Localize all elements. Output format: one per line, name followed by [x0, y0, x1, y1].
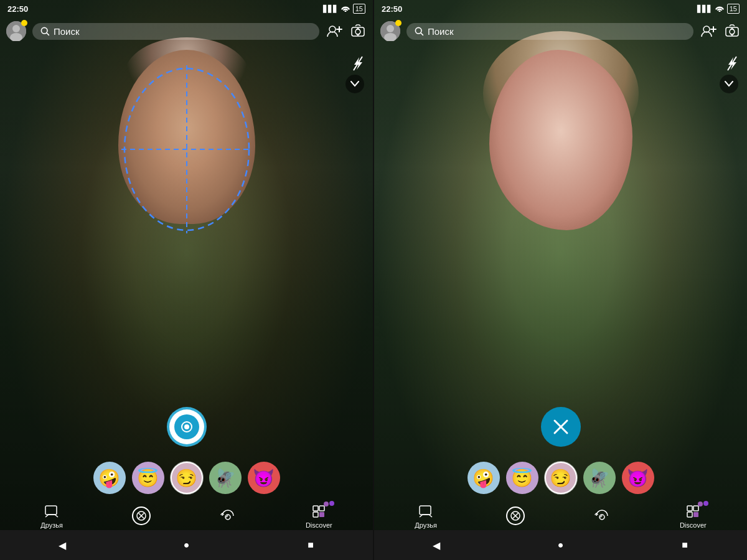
svg-rect-16 — [45, 506, 57, 515]
svg-point-4 — [12, 25, 20, 32]
bottom-area-left: 🤪 😇 😏 🪰 😈 Друзья — [0, 407, 373, 529]
signal-icon-right: ▋▋▋ — [697, 5, 712, 13]
discover-icon-right — [684, 503, 702, 520]
friends-icon-left — [43, 503, 60, 520]
friends-icon-right — [417, 503, 435, 520]
svg-rect-21 — [313, 506, 318, 511]
status-bar-left: 22:50 ▋▋▋ 15 — [0, 0, 373, 17]
svg-point-20 — [225, 515, 230, 520]
search-icon-right — [414, 26, 424, 36]
svg-rect-38 — [420, 506, 431, 515]
bottom-nav-right: Друзья — [374, 503, 747, 529]
flash-icon-left[interactable] — [352, 56, 364, 74]
lens-item-5-right[interactable]: 😈 — [622, 462, 654, 494]
discover-badge-dot-left — [324, 502, 329, 506]
friends-label-left: Друзья — [40, 521, 63, 529]
lens-row-right: 🤪 😇 😏 🪰 😈 — [374, 462, 747, 494]
flash-icon-right[interactable] — [726, 56, 738, 74]
lens-item-4-right[interactable]: 🪰 — [583, 462, 616, 494]
lens-item-3-right[interactable]: 😏 — [545, 462, 577, 494]
svg-rect-11 — [352, 27, 364, 36]
search-bar-right[interactable]: Поиск — [406, 23, 693, 40]
cancel-icon-left[interactable] — [132, 506, 151, 525]
android-back-left[interactable]: ◀ — [50, 533, 75, 558]
battery-right: 15 — [727, 4, 740, 14]
add-friend-button-right[interactable] — [700, 22, 717, 40]
lens-switch-nav-right[interactable] — [593, 507, 611, 525]
shutter-button-right[interactable] — [541, 407, 581, 447]
lens-item-2-right[interactable]: 😇 — [506, 462, 538, 494]
android-recent-right[interactable]: ■ — [672, 533, 697, 558]
search-text-right: Поиск — [428, 26, 454, 37]
lens-item-1-left[interactable]: 🤪 — [93, 462, 126, 494]
lens-switch-icon-right — [593, 507, 611, 525]
android-back-right[interactable]: ◀ — [424, 533, 449, 558]
svg-rect-33 — [726, 27, 738, 36]
android-nav-right: ◀ ● ■ — [374, 530, 747, 560]
flip-camera-button-left[interactable] — [349, 22, 367, 40]
bottom-area-right: 🤪 😇 😏 🪰 😈 Друзья — [374, 407, 747, 529]
search-bar-left[interactable]: Поиск — [32, 23, 319, 40]
android-home-left[interactable]: ● — [174, 533, 199, 558]
status-icons-left: ▋▋▋ 15 — [323, 4, 365, 14]
lens-item-3-left[interactable]: 😏 — [171, 462, 203, 494]
bottom-nav-left: Друзья — [0, 503, 373, 529]
lens-item-5-left[interactable]: 😈 — [248, 462, 280, 494]
android-recent-left[interactable]: ■ — [298, 533, 323, 558]
svg-rect-24 — [319, 512, 324, 517]
status-time-right: 22:50 — [382, 4, 402, 14]
svg-line-7 — [47, 33, 49, 35]
discover-label-left: Discover — [306, 521, 332, 529]
status-bar-right: 22:50 ▋▋▋ 15 — [374, 0, 747, 17]
status-time-left: 22:50 — [7, 4, 28, 14]
lens-switch-icon-left — [219, 507, 237, 525]
svg-point-34 — [730, 29, 735, 34]
face-shape-right — [489, 50, 632, 230]
face-overlay-right — [461, 50, 660, 311]
shutter-inner-left — [174, 414, 199, 439]
svg-point-15 — [184, 424, 189, 429]
left-phone-panel: 22:50 ▋▋▋ 15 Поиск — [0, 0, 373, 560]
add-friend-button-left[interactable] — [326, 22, 343, 40]
friends-nav-right[interactable]: Друзья — [415, 503, 437, 529]
dropdown-button-left[interactable] — [345, 75, 364, 93]
friends-nav-left[interactable]: Друзья — [40, 503, 63, 529]
discover-nav-right[interactable]: Discover — [680, 503, 707, 529]
friends-label-right: Друзья — [415, 521, 437, 529]
svg-rect-44 — [693, 506, 698, 511]
discover-nav-left[interactable]: Discover — [306, 503, 332, 529]
discover-badge-dot-right — [698, 502, 703, 506]
svg-rect-23 — [313, 512, 318, 517]
avatar-right[interactable] — [380, 21, 400, 41]
cancel-nav-right[interactable] — [506, 506, 525, 525]
lens-row-left: 🤪 😇 😏 🪰 😈 — [0, 462, 373, 494]
top-right-icons-right — [700, 22, 741, 40]
face-dashed-outline — [115, 59, 258, 240]
android-nav-left: ◀ ● ■ — [0, 530, 373, 560]
top-bar-left: Поиск — [0, 17, 373, 45]
cancel-icon-right[interactable] — [506, 506, 525, 525]
svg-rect-45 — [687, 512, 692, 517]
lens-item-4-left[interactable]: 🪰 — [209, 462, 242, 494]
search-icon-left — [40, 26, 50, 36]
flip-camera-button-right[interactable] — [723, 22, 741, 40]
dropdown-button-right[interactable] — [720, 75, 738, 93]
svg-rect-46 — [693, 512, 698, 517]
discover-label-right: Discover — [680, 521, 707, 529]
discover-icon-left — [310, 503, 327, 520]
cancel-nav-left[interactable] — [132, 506, 151, 525]
svg-point-42 — [599, 515, 604, 520]
android-home-right[interactable]: ● — [548, 533, 573, 558]
svg-rect-43 — [687, 506, 692, 511]
face-overlay-left — [87, 50, 286, 311]
svg-point-26 — [387, 25, 394, 32]
wifi-icon-right — [715, 4, 725, 13]
lens-item-1-right[interactable]: 🤪 — [467, 462, 500, 494]
shutter-button-left[interactable] — [167, 407, 207, 447]
lens-switch-nav-left[interactable] — [219, 507, 237, 525]
search-text-left: Поиск — [54, 26, 80, 37]
avatar-left[interactable] — [6, 21, 26, 41]
top-bar-right: Поиск — [374, 17, 747, 45]
lens-item-2-left[interactable]: 😇 — [132, 462, 164, 494]
svg-line-29 — [421, 33, 423, 35]
